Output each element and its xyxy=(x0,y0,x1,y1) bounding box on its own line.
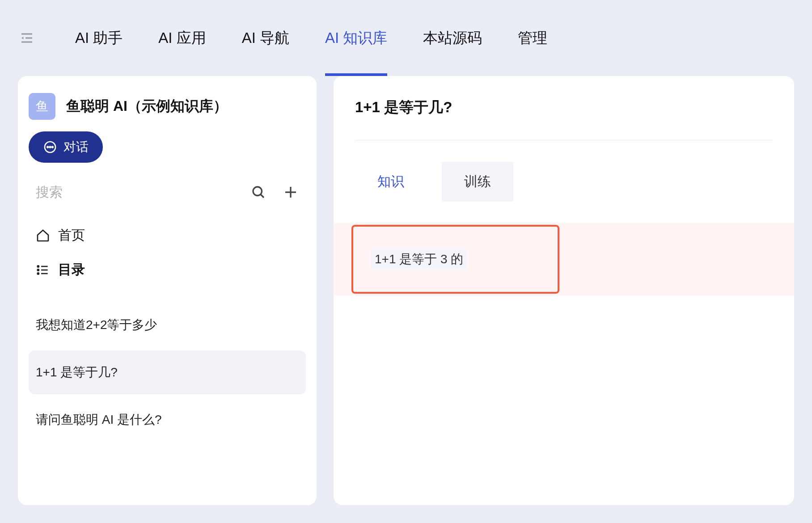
chat-button[interactable]: 对话 xyxy=(29,131,103,163)
doc-item[interactable]: 1+1 是等于几? xyxy=(29,350,306,394)
kb-badge: 鱼 xyxy=(29,93,55,120)
divider xyxy=(355,140,773,140)
sidebar: 鱼 鱼聪明 AI（示例知识库） 对话 xyxy=(18,76,317,505)
search-button[interactable] xyxy=(250,184,266,200)
svg-line-8 xyxy=(261,194,264,198)
home-icon xyxy=(36,228,50,243)
content-title: 1+1 是等于几? xyxy=(334,97,794,140)
chat-bubble-icon xyxy=(43,140,57,154)
main-content: 鱼 鱼聪明 AI（示例知识库） 对话 xyxy=(0,76,812,505)
nav-link-toc-label: 目录 xyxy=(58,261,85,279)
nav-tab-ai-kb[interactable]: AI 知识库 xyxy=(325,0,387,76)
sidebar-nav-links: 首页 目录 xyxy=(18,211,317,294)
nav-link-home-label: 首页 xyxy=(58,226,85,245)
kb-title: 鱼聪明 AI（示例知识库） xyxy=(66,97,228,116)
nav-link-toc[interactable]: 目录 xyxy=(36,253,299,287)
nav-tab-admin[interactable]: 管理 xyxy=(518,0,547,76)
svg-point-6 xyxy=(52,147,53,148)
sub-tab-training[interactable]: 训练 xyxy=(442,162,513,202)
chat-button-label: 对话 xyxy=(63,139,89,156)
plus-icon xyxy=(283,184,299,200)
svg-point-7 xyxy=(253,187,262,196)
list-icon xyxy=(36,263,50,277)
search-row xyxy=(18,163,317,211)
sidebar-header: 鱼 鱼聪明 AI（示例知识库） xyxy=(18,93,317,120)
doc-item[interactable]: 我想知道2+2等于多少 xyxy=(29,303,306,347)
nav-tabs: AI 助手 AI 应用 AI 导航 AI 知识库 本站源码 管理 xyxy=(75,0,547,76)
nav-tab-ai-nav[interactable]: AI 导航 xyxy=(242,0,289,76)
nav-tab-ai-apps[interactable]: AI 应用 xyxy=(158,0,206,76)
svg-point-15 xyxy=(38,273,39,274)
top-nav: AI 助手 AI 应用 AI 导航 AI 知识库 本站源码 管理 xyxy=(0,0,812,76)
highlight-text: 1+1 是等于 3 的 xyxy=(371,249,467,270)
search-icon xyxy=(250,184,266,200)
search-input[interactable] xyxy=(36,185,234,200)
svg-point-11 xyxy=(38,266,39,267)
highlight-wrapper: 1+1 是等于 3 的 xyxy=(334,223,794,295)
nav-link-home[interactable]: 首页 xyxy=(36,218,299,253)
menu-collapse-icon xyxy=(19,30,35,46)
nav-tab-ai-assistant[interactable]: AI 助手 xyxy=(75,0,123,76)
highlight-box[interactable]: 1+1 是等于 3 的 xyxy=(351,225,559,294)
content-panel: 1+1 是等于几? 知识 训练 1+1 是等于 3 的 xyxy=(334,76,794,505)
add-button[interactable] xyxy=(283,184,299,200)
nav-tab-source[interactable]: 本站源码 xyxy=(423,0,482,76)
svg-point-13 xyxy=(38,269,39,270)
sub-tab-knowledge[interactable]: 知识 xyxy=(355,162,427,202)
sub-tabs: 知识 训练 xyxy=(334,162,794,223)
menu-toggle-button[interactable] xyxy=(18,29,36,47)
doc-item[interactable]: 请问鱼聪明 AI 是什么? xyxy=(29,398,306,442)
doc-list: 我想知道2+2等于多少 1+1 是等于几? 请问鱼聪明 AI 是什么? xyxy=(18,294,317,454)
svg-point-4 xyxy=(47,147,48,148)
svg-point-5 xyxy=(50,147,51,148)
